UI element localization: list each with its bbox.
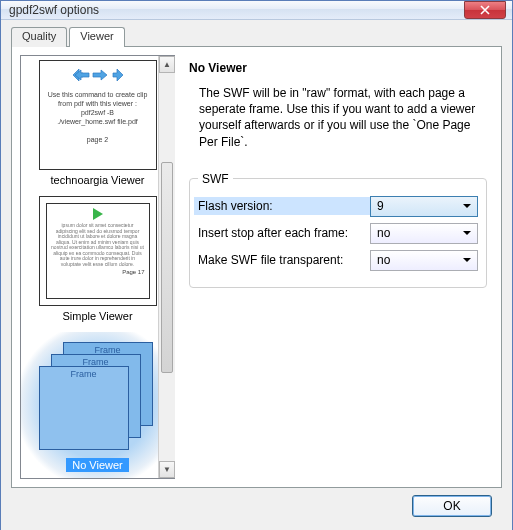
thumb-filler-text: ipsum dolor sit amet consectetur adipisc… [51,223,145,267]
viewer-list-inner: Use this command to create clip from pdf… [21,56,174,478]
combo-insert-stop[interactable]: no [370,223,478,244]
label-flash-version: Flash version: [194,197,370,215]
dialog-footer: OK [11,488,502,524]
label-transparent: Make SWF file transparent: [198,253,370,267]
window-title: gpdf2swf options [9,3,464,17]
viewer-thumb: ipsum dolor sit amet consectetur adipisc… [39,196,157,306]
combo-value: no [377,226,390,240]
thumb-text: Use this command to create clip from pdf… [46,90,150,145]
close-button[interactable] [464,1,506,19]
nav-arrows-icon [46,67,150,86]
tab-viewer-panel: Use this command to create clip from pdf… [11,46,502,488]
dialog-window: gpdf2swf options Quality Viewer [0,0,513,530]
viewer-label: technoargia Viewer [21,174,174,186]
tab-quality[interactable]: Quality [11,27,67,47]
combo-value: 9 [377,199,384,213]
viewer-label: Simple Viewer [21,310,174,322]
viewer-details-panel: No Viewer The SWF will be in "raw" forma… [181,55,493,479]
swf-options-group: SWF Flash version: 9 Insert stop after e… [189,172,487,288]
viewer-option-noviewer[interactable]: Frame Frame Frame No Viewer [21,332,174,478]
viewer-label: No Viewer [66,458,129,472]
viewer-option-technoargia[interactable]: Use this command to create clip from pdf… [21,60,174,186]
swf-legend: SWF [198,172,233,186]
scroll-thumb[interactable] [161,162,173,373]
row-insert-stop: Insert stop after each frame: no [198,223,478,244]
play-arrow-icon [93,208,103,220]
chevron-down-icon [463,231,471,235]
titlebar: gpdf2swf options [1,1,512,20]
tab-strip: Quality Viewer [11,26,502,46]
viewer-thumb: Frame Frame Frame [39,342,157,452]
row-transparent: Make SWF file transparent: no [198,250,478,271]
ok-button[interactable]: OK [412,495,492,517]
viewer-option-simple[interactable]: ipsum dolor sit amet consectetur adipisc… [21,196,174,322]
label-insert-stop: Insert stop after each frame: [198,226,370,240]
combo-flash-version[interactable]: 9 [370,196,478,217]
combo-transparent[interactable]: no [370,250,478,271]
scroll-up-button[interactable]: ▲ [159,56,175,73]
details-title: No Viewer [189,61,489,75]
chevron-down-icon [463,258,471,262]
viewer-thumb: Use this command to create clip from pdf… [39,60,157,170]
frame-icon: Frame [39,366,129,450]
close-icon [480,5,490,15]
tab-viewer[interactable]: Viewer [69,27,124,47]
chevron-down-icon [463,204,471,208]
row-flash-version: Flash version: 9 [198,196,478,217]
client-area: Quality Viewer [1,20,512,530]
viewer-list: Use this command to create clip from pdf… [20,55,175,479]
thumb-page-num: Page 17 [51,269,145,275]
combo-value: no [377,253,390,267]
vertical-scrollbar[interactable]: ▲ ▼ [158,56,175,478]
details-description: The SWF will be in "raw" format, with ea… [199,85,483,150]
scroll-down-button[interactable]: ▼ [159,461,175,478]
